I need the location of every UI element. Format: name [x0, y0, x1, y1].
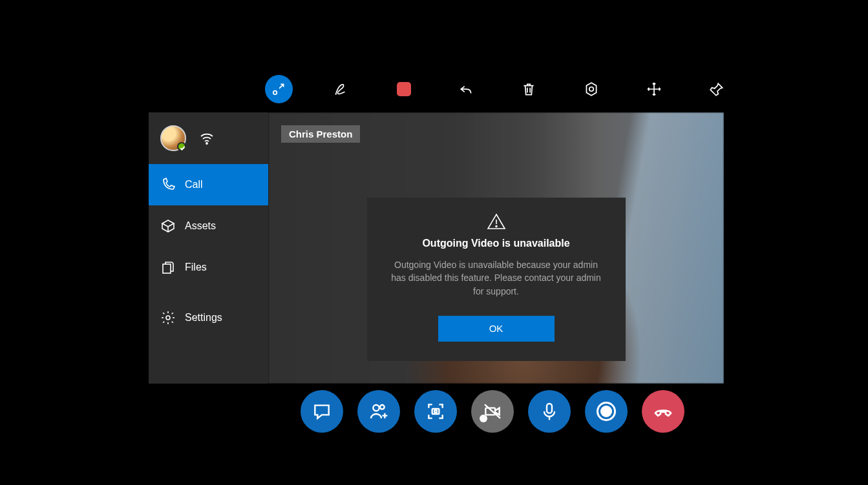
svg-point-6: [373, 405, 379, 411]
top-toolbar: [265, 75, 730, 103]
sidebar-item-label: Files: [185, 262, 207, 273]
sidebar-item-assets[interactable]: Assets: [149, 205, 268, 247]
dialog-ok-button[interactable]: OK: [438, 316, 555, 342]
notification-dot: [480, 415, 487, 422]
svg-point-9: [434, 410, 437, 413]
record-shape-icon[interactable]: [390, 75, 418, 103]
sidebar-item-label: Settings: [185, 312, 222, 324]
gear-icon: [160, 310, 176, 325]
avatar[interactable]: [160, 125, 186, 151]
undo-icon[interactable]: [452, 75, 480, 103]
chat-button[interactable]: [301, 390, 343, 433]
svg-point-0: [273, 91, 277, 94]
sidebar-item-label: Assets: [185, 220, 216, 232]
sidebar-item-call[interactable]: Call: [149, 164, 268, 205]
camera-focus-icon: [425, 401, 446, 422]
hangup-icon: [653, 401, 673, 422]
participant-name-tag: Chris Preston: [281, 125, 360, 143]
sidebar-nav: Call Assets Files Settings: [149, 164, 268, 338]
svg-point-7: [380, 405, 385, 409]
sidebar-item-settings[interactable]: Settings: [149, 297, 268, 338]
add-participant-button[interactable]: [357, 390, 400, 433]
phone-icon: [160, 177, 176, 192]
dialog-message: Outgoing Video is unavailable because yo…: [386, 258, 606, 298]
draw-icon[interactable]: [328, 75, 355, 103]
trash-icon[interactable]: [515, 75, 543, 103]
move-icon[interactable]: [640, 75, 668, 103]
main-content: Call Assets Files Settings Chris Preston…: [149, 112, 724, 384]
error-dialog: Outgoing Video is unavailable Outgoing V…: [367, 198, 626, 361]
pointer-icon[interactable]: [265, 75, 293, 103]
mic-button[interactable]: [528, 390, 571, 433]
record-icon: [597, 402, 616, 421]
people-add-icon: [368, 401, 389, 422]
svg-point-1: [589, 87, 594, 92]
sidebar-item-files[interactable]: Files: [149, 247, 268, 288]
presence-badge: [177, 142, 186, 151]
video-off-button[interactable]: [471, 390, 514, 433]
dialog-title: Outgoing Video is unavailable: [386, 238, 606, 249]
video-area: Chris Preston Outgoing Video is unavaila…: [268, 112, 724, 384]
screenshot-button[interactable]: [414, 390, 457, 433]
chat-icon: [312, 401, 332, 422]
pin-icon[interactable]: [703, 75, 730, 103]
svg-rect-3: [163, 264, 171, 273]
box-icon: [160, 218, 176, 234]
svg-point-2: [206, 143, 207, 144]
mic-icon: [539, 401, 560, 422]
profile-row: [149, 112, 268, 164]
files-icon: [160, 260, 176, 275]
record-button[interactable]: [585, 390, 628, 433]
call-controls: [301, 390, 684, 433]
sidebar: Call Assets Files Settings: [149, 112, 268, 384]
svg-point-4: [166, 316, 170, 320]
hololens-icon[interactable]: [578, 75, 606, 103]
network-icon: [199, 130, 215, 146]
sidebar-item-label: Call: [185, 179, 203, 191]
hangup-button[interactable]: [642, 390, 684, 433]
svg-rect-11: [547, 404, 552, 413]
svg-point-5: [496, 226, 497, 227]
warning-icon: [487, 213, 506, 230]
